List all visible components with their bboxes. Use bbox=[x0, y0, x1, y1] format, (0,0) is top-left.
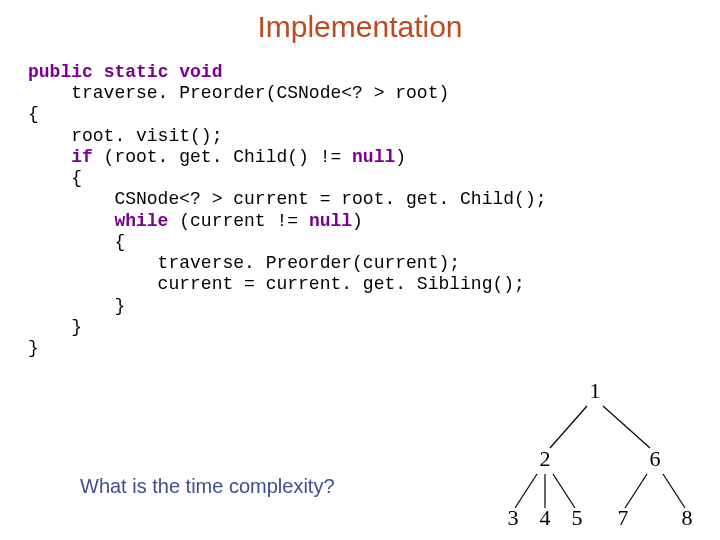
tree-diagram: 1 2 6 3 4 5 7 8 bbox=[495, 380, 705, 530]
svg-line-0 bbox=[550, 406, 587, 448]
code-line: (current != bbox=[168, 211, 308, 231]
slide: Implementation public static void traver… bbox=[0, 0, 720, 540]
slide-title: Implementation bbox=[0, 10, 720, 44]
svg-line-4 bbox=[553, 474, 575, 508]
kw-static: static bbox=[104, 62, 169, 82]
tree-node: 7 bbox=[618, 505, 629, 530]
tree-node: 6 bbox=[650, 446, 661, 471]
code-line: } bbox=[28, 338, 39, 358]
kw-public: public bbox=[28, 62, 93, 82]
kw-while: while bbox=[28, 211, 168, 231]
code-block: public static void traverse. Preorder(CS… bbox=[28, 62, 546, 359]
svg-line-5 bbox=[625, 474, 647, 508]
svg-line-6 bbox=[663, 474, 685, 508]
kw-if: if bbox=[28, 147, 93, 167]
kw-null: null bbox=[352, 147, 395, 167]
code-line: { bbox=[28, 232, 125, 252]
tree-node: 3 bbox=[508, 505, 519, 530]
code-line: CSNode<? > current = root. get. Child(); bbox=[28, 189, 546, 209]
code-line: ) bbox=[395, 147, 406, 167]
code-line: (root. get. Child() != bbox=[93, 147, 352, 167]
svg-line-1 bbox=[603, 406, 650, 448]
kw-void: void bbox=[179, 62, 222, 82]
tree-node: 1 bbox=[590, 380, 601, 403]
code-line: } bbox=[28, 296, 125, 316]
code-line: ) bbox=[352, 211, 363, 231]
kw-null: null bbox=[309, 211, 352, 231]
code-line: traverse. Preorder(CSNode<? > root) bbox=[28, 83, 449, 103]
complexity-question: What is the time complexity? bbox=[80, 475, 335, 498]
code-line: current = current. get. Sibling(); bbox=[28, 274, 525, 294]
tree-node: 8 bbox=[682, 505, 693, 530]
code-line: } bbox=[28, 317, 82, 337]
code-line: root. visit(); bbox=[28, 126, 222, 146]
tree-node: 2 bbox=[540, 446, 551, 471]
code-line: { bbox=[28, 104, 39, 124]
code-line: { bbox=[28, 168, 82, 188]
svg-line-2 bbox=[515, 474, 537, 508]
tree-node: 5 bbox=[572, 505, 583, 530]
tree-node: 4 bbox=[540, 505, 551, 530]
code-line: traverse. Preorder(current); bbox=[28, 253, 460, 273]
